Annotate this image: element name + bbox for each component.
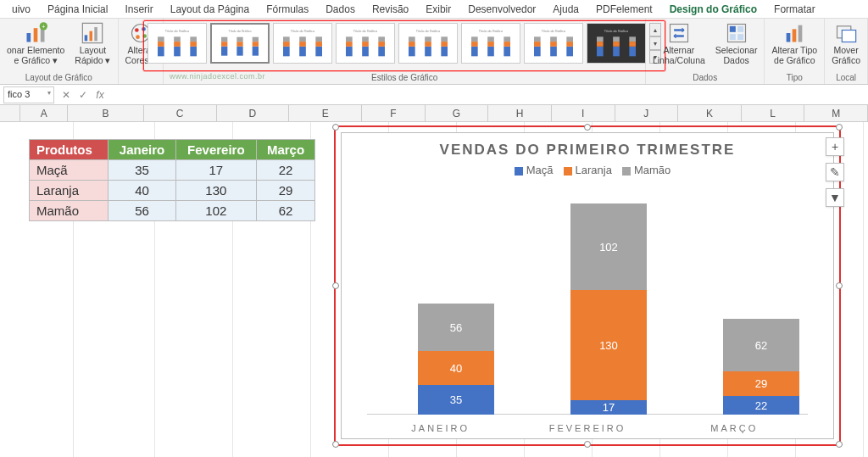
resize-handle-nw[interactable] [332, 124, 339, 131]
menu-tab-pdfelement[interactable]: PDFelement [587, 1, 661, 18]
col-header-B[interactable]: B [68, 105, 144, 121]
menu-tab-inserir[interactable]: Inserir [116, 1, 161, 18]
select-all-corner[interactable] [0, 105, 20, 121]
menu-tab-ajuda[interactable]: Ajuda [544, 1, 587, 18]
col-header-G[interactable]: G [426, 105, 489, 121]
col-header-E[interactable]: E [289, 105, 362, 121]
col-header-I[interactable]: I [552, 105, 615, 121]
menu-tab-exibir[interactable]: Exibir [417, 1, 459, 18]
fx-icon[interactable]: fx [92, 89, 108, 101]
chart-style-thumb-3[interactable]: Título do Gráfico [273, 23, 332, 64]
chart-plot-area[interactable]: 35405617130102222962 [367, 192, 808, 415]
bar-segment[interactable]: 40 [418, 351, 494, 385]
cancel-formula-icon[interactable]: ✕ [58, 89, 75, 101]
col-header-D[interactable]: D [217, 105, 290, 121]
svg-rect-35 [283, 47, 290, 56]
chart-style-thumb-8[interactable]: Título do Gráfico [587, 23, 646, 64]
resize-handle-sw[interactable] [332, 441, 339, 448]
col-header-C[interactable]: C [144, 105, 217, 121]
svg-rect-48 [362, 47, 369, 56]
chart-elements-button[interactable]: + [826, 137, 844, 156]
col-header-J[interactable]: J [615, 105, 679, 121]
chart-object[interactable]: VENDAS DO PRIMEIRO TRIMESTRE MaçãLaranja… [341, 132, 834, 439]
bar-segment[interactable]: 29 [723, 371, 799, 396]
chart-filters-button[interactable]: ▼ [826, 188, 844, 207]
header-marco[interactable]: Março [257, 140, 315, 160]
table-cell[interactable]: 62 [257, 201, 315, 221]
resize-handle-se[interactable] [836, 441, 843, 448]
chart-style-thumb-1[interactable]: Título do Gráfico [147, 23, 207, 64]
bar-segment[interactable]: 17 [570, 400, 647, 415]
switch-row-column-label: AlternarLinha/Coluna [653, 45, 705, 65]
header-fevereiro[interactable]: Fevereiro [175, 140, 256, 160]
menu-tab-uivo[interactable]: uivo [3, 1, 39, 18]
table-row-name[interactable]: Mamão [30, 201, 108, 221]
resize-handle-e[interactable] [836, 282, 843, 289]
col-header-F[interactable]: F [362, 105, 426, 121]
bar-segment[interactable]: 102 [570, 203, 647, 290]
quick-layout-button[interactable]: LayoutRápido ▾ [73, 20, 112, 67]
table-cell[interactable]: 35 [108, 160, 175, 181]
table-cell[interactable]: 29 [257, 181, 315, 201]
bar-segment[interactable]: 56 [418, 304, 494, 351]
resize-handle-s[interactable] [584, 441, 591, 448]
svg-rect-57 [409, 36, 415, 42]
move-chart-button[interactable]: MoverGráfico [830, 20, 862, 67]
col-header-M[interactable]: M [804, 105, 868, 121]
resize-handle-n[interactable] [584, 124, 591, 131]
bar-column-janeiro[interactable]: 354056 [418, 304, 494, 415]
header-produtos[interactable]: Produtos [30, 140, 108, 160]
chart-style-thumb-2[interactable]: Título do Gráfico [210, 23, 270, 64]
bar-segment[interactable]: 130 [570, 290, 647, 400]
chart-styles-button[interactable]: ✎ [826, 163, 844, 181]
menu-tab-layout-da-página[interactable]: Layout da Página [162, 1, 258, 18]
accept-formula-icon[interactable]: ✓ [75, 89, 92, 101]
select-data-button[interactable]: SelecionarDados [714, 20, 760, 67]
chart-title[interactable]: VENDAS DO PRIMEIRO TRIMESTRE [342, 133, 833, 164]
table-cell[interactable]: 130 [175, 181, 256, 201]
table-cell[interactable]: 40 [108, 181, 175, 201]
header-janeiro[interactable]: Janeiro [108, 140, 175, 160]
change-chart-type-button[interactable]: Alterar Tipode Gráfico [770, 20, 819, 67]
svg-rect-16 [158, 42, 164, 47]
menu-tab-página-inicial[interactable]: Página Inicial [39, 1, 116, 18]
bar-column-fevereiro[interactable]: 17130102 [570, 203, 647, 415]
chart-style-thumb-7[interactable]: Título do Gráfico [524, 23, 583, 64]
col-header-A[interactable]: A [20, 105, 68, 121]
menu-tab-dados[interactable]: Dados [317, 1, 364, 18]
legend-swatch [622, 167, 631, 176]
chart-styles-gallery[interactable]: Título do GráficoTítulo do GráficoTítulo… [143, 20, 665, 71]
table-cell[interactable]: 102 [175, 201, 256, 221]
resize-handle-ne[interactable] [836, 124, 843, 131]
table-cell[interactable]: 56 [108, 201, 175, 221]
chart-style-thumb-5[interactable]: Título do Gráfico [398, 23, 458, 64]
switch-row-column-button[interactable]: AlternarLinha/Coluna [651, 20, 707, 67]
chart-legend[interactable]: MaçãLaranjaMamão [342, 164, 833, 181]
add-chart-element-button[interactable]: + onar Elementoe Gráfico ▾ [5, 20, 66, 67]
bar-segment[interactable]: 22 [723, 396, 799, 415]
table-cell[interactable]: 22 [257, 160, 315, 181]
col-header-K[interactable]: K [678, 105, 742, 121]
table-row-name[interactable]: Maçã [30, 160, 108, 181]
chart-style-thumb-4[interactable]: Título do Gráfico [336, 23, 395, 64]
menu-tab-fórmulas[interactable]: Fórmulas [258, 1, 317, 18]
formula-input[interactable] [108, 86, 868, 103]
menu-tab-desenvolvedor[interactable]: Desenvolvedor [459, 1, 544, 18]
worksheet-grid[interactable]: Produtos Janeiro Fevereiro Março Maçã351… [0, 122, 868, 457]
menu-tab-revisão[interactable]: Revisão [364, 1, 417, 18]
bar-column-março[interactable]: 222962 [723, 319, 799, 415]
table-row-name[interactable]: Laranja [30, 181, 108, 201]
chart-selection[interactable]: VENDAS DO PRIMEIRO TRIMESTRE MaçãLaranja… [334, 125, 841, 446]
resize-handle-w[interactable] [332, 282, 339, 289]
chart-style-thumb-6[interactable]: Título do Gráfico [461, 23, 520, 64]
bar-segment[interactable]: 62 [723, 319, 799, 371]
table-cell[interactable]: 17 [175, 160, 256, 181]
svg-rect-85 [597, 47, 604, 56]
bar-segment[interactable]: 35 [418, 385, 494, 415]
select-data-label: SelecionarDados [715, 45, 758, 65]
name-box[interactable]: fico 3 [3, 86, 54, 103]
col-header-L[interactable]: L [742, 105, 805, 121]
menu-tab-design-do-gráfico[interactable]: Design do Gráfico [661, 1, 765, 18]
menu-tab-formatar[interactable]: Formatar [765, 1, 824, 18]
col-header-H[interactable]: H [488, 105, 552, 121]
